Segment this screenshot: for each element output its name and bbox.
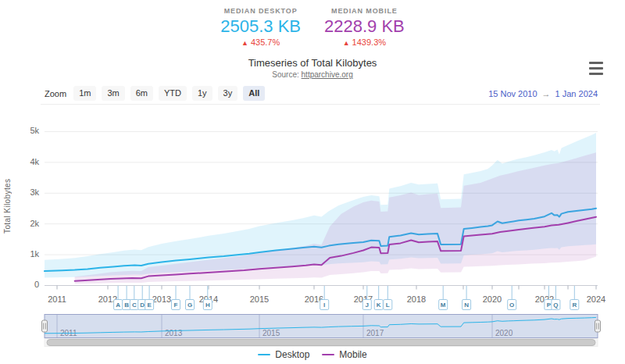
median-desktop-delta: ▲435.7% [220, 37, 301, 47]
median-mobile-delta: ▲1439.3% [324, 37, 405, 47]
flag-l[interactable]: L [384, 286, 392, 310]
date-range-display: 15 Nov 2010→1 Jan 2024 [488, 89, 598, 98]
median-desktop-stat: MEDIAN DESKTOP 2505.3 KB ▲435.7% [220, 7, 301, 47]
navigator-handle-right[interactable] [595, 320, 601, 332]
flag-r[interactable]: R [570, 286, 579, 310]
median-mobile-value: 2228.9 KB [324, 17, 405, 35]
y-axis-label: 3k [30, 187, 39, 197]
zoom-button-1y[interactable]: 1y [192, 86, 212, 101]
flag-letter: E [147, 302, 152, 309]
chart-subtitle: Source: httparchive.org [0, 70, 625, 79]
zoom-button-3m[interactable]: 3m [102, 86, 124, 101]
hamburger-icon [589, 62, 603, 64]
x-axis-label: 2013 [152, 294, 171, 304]
flag-letter: I [323, 302, 325, 309]
up-triangle-icon: ▲ [343, 39, 350, 47]
navigator-year-label: 2017 [366, 329, 384, 337]
chart-title: Timeseries of Total Kilobytes [0, 57, 625, 69]
median-desktop-delta-value: 435.7% [251, 37, 280, 47]
flag-o[interactable]: O [508, 286, 516, 310]
flag-letter: J [366, 302, 369, 309]
median-desktop-value: 2505.3 KB [220, 17, 301, 35]
scrollbar [45, 339, 598, 347]
flag-letter: M [441, 302, 446, 309]
median-mobile-delta-value: 1439.3% [352, 37, 386, 47]
chart-canvas: 2011201220132014201520162017201820202022… [0, 0, 625, 364]
flag-letter: O [509, 302, 514, 309]
handle-grip [42, 320, 48, 332]
y-axis-label: 0 [34, 280, 39, 289]
x-axis-label: 2020 [483, 294, 502, 304]
navigator-year-label: 2020 [495, 329, 513, 337]
y-axis-label: 1k [30, 249, 39, 259]
navigator-mask[interactable] [45, 315, 598, 338]
chart-context-menu-button[interactable] [588, 60, 605, 77]
flag-m[interactable]: M [439, 286, 448, 310]
flag-letter: H [205, 302, 210, 309]
median-desktop-label: MEDIAN DESKTOP [220, 7, 301, 15]
x-axis-label: 2011 [48, 294, 66, 304]
range-selector: Zoom 1m3m6mYTD1y3yAll [45, 86, 265, 101]
desktop-line-swatch [258, 354, 270, 356]
flag-letter: R [572, 302, 577, 309]
x-axis-label: 2018 [407, 294, 426, 304]
annotation-flags: ABCDEFGHIJKLMNOPQR [114, 286, 579, 310]
x-axis-label: 2015 [250, 294, 269, 304]
zoom-button-6m[interactable]: 6m [130, 86, 153, 101]
legend-label-mobile: Mobile [339, 349, 366, 360]
flag-letter: N [464, 302, 469, 309]
zoom-button-1m[interactable]: 1m [73, 86, 96, 101]
summary-stats: MEDIAN DESKTOP 2505.3 KB ▲435.7% MEDIAN … [0, 7, 625, 47]
range-arrow-icon: → [542, 89, 551, 98]
source-link[interactable]: httparchive.org [302, 70, 353, 79]
range-to[interactable]: 1 Jan 2024 [555, 89, 598, 98]
y-axis-title: Total Kilobytes [3, 162, 13, 250]
x-axis-label: 2024 [587, 294, 605, 304]
flag-f[interactable]: F [172, 286, 180, 310]
zoom-buttons: 1m3m6mYTD1y3yAll [73, 86, 265, 101]
median-mobile-stat: MEDIAN MOBILE 2228.9 KB ▲1439.3% [324, 7, 405, 47]
flag-letter: G [188, 302, 192, 309]
flag-letter: D [140, 302, 145, 309]
zoom-button-all[interactable]: All [243, 86, 265, 101]
plot-area[interactable] [45, 132, 598, 286]
hamburger-icon [589, 67, 603, 70]
navigator-year-label: 2011 [60, 329, 77, 337]
legend-item-desktop[interactable]: Desktop [258, 349, 309, 360]
flag-n[interactable]: N [462, 286, 471, 310]
flag-letter: Q [553, 302, 558, 309]
flag-letter: A [116, 302, 120, 309]
zoom-button-ytd[interactable]: YTD [159, 86, 187, 101]
navigator-year-label: 2013 [165, 329, 183, 337]
legend: Desktop Mobile [0, 349, 625, 360]
flag-letter: F [174, 302, 178, 309]
legend-label-desktop: Desktop [275, 349, 309, 360]
y-axis: 01k2k3k4k5k [30, 126, 39, 289]
flag-c[interactable]: C [130, 286, 138, 310]
y-axis-label: 4k [30, 157, 39, 166]
flag-letter: L [386, 302, 390, 309]
source-prefix: Source: [272, 70, 298, 79]
scrollbar-thumb[interactable] [47, 340, 595, 346]
median-mobile-label: MEDIAN MOBILE [324, 7, 405, 15]
divider [41, 104, 600, 105]
navigator: 20112013201520172020 [42, 315, 601, 338]
flag-letter: P [547, 302, 552, 309]
flag-letter: K [377, 302, 381, 309]
navigator-year-label: 2015 [262, 329, 280, 337]
up-triangle-icon: ▲ [241, 39, 248, 47]
zoom-label: Zoom [45, 89, 66, 98]
range-from[interactable]: 15 Nov 2010 [488, 89, 537, 98]
flag-k[interactable]: K [374, 286, 383, 310]
navigator-handle-left[interactable] [42, 320, 48, 332]
flag-letter: C [132, 302, 137, 309]
hamburger-icon [589, 73, 603, 75]
flag-g[interactable]: G [186, 286, 195, 310]
y-axis-label: 5k [30, 126, 39, 135]
legend-item-mobile[interactable]: Mobile [322, 349, 366, 360]
httparchive-timeseries-chart: 2011201220132014201520162017201820202022… [0, 0, 625, 364]
zoom-button-3y[interactable]: 3y [218, 86, 238, 101]
handle-grip [595, 320, 601, 332]
mobile-line-swatch [322, 354, 334, 356]
y-axis-label: 2k [30, 219, 39, 228]
